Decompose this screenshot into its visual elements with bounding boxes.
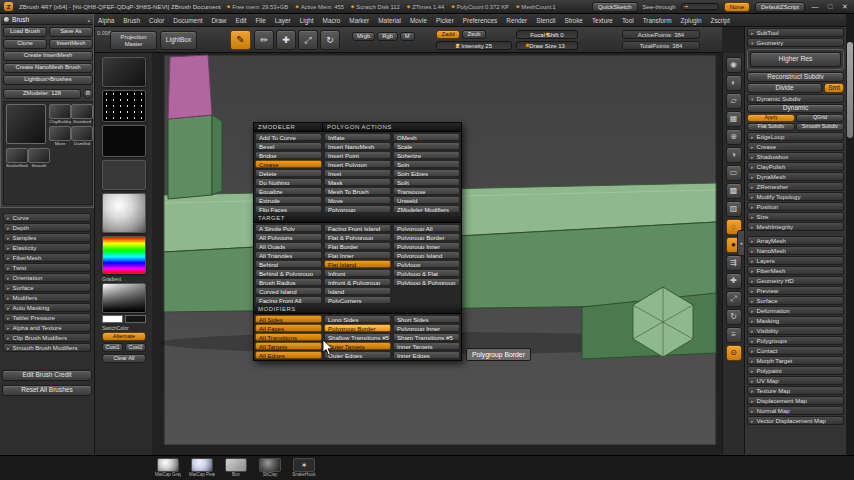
local-transform-icon[interactable]: ⊕ bbox=[726, 129, 742, 145]
scale-button[interactable]: ⤢ bbox=[298, 30, 318, 50]
tool-section-header[interactable]: ▸ ClayPolish bbox=[747, 162, 844, 171]
tool-section-header[interactable]: ▸ Size bbox=[747, 212, 844, 221]
zmodeler-target-item[interactable]: Polygroup Border bbox=[393, 233, 460, 241]
custom-color-slot[interactable]: Cust2 bbox=[125, 343, 146, 352]
sv-color-picker[interactable] bbox=[102, 283, 146, 313]
menu-item[interactable]: Marker bbox=[349, 17, 369, 24]
frame-icon[interactable]: ▭ bbox=[726, 165, 742, 181]
paint-mode-button[interactable]: Rgb bbox=[377, 32, 398, 41]
zmodeler-target-item[interactable]: All Polygons bbox=[255, 233, 322, 241]
brush-subpalette-header[interactable]: ▸ Alpha and Texture bbox=[3, 323, 91, 332]
zmodeler-target-item[interactable]: Polyloop & Flat bbox=[393, 269, 460, 277]
menu-item[interactable]: Movie bbox=[410, 17, 427, 24]
zmodeler-modifier-item[interactable]: Long Sides bbox=[324, 315, 391, 323]
xpose-icon[interactable]: ⇶ bbox=[726, 255, 742, 271]
brush-subpalette-header[interactable]: ▸ Depth bbox=[3, 223, 91, 232]
zmodeler-modifier-item[interactable]: All Sides bbox=[255, 315, 322, 323]
zmodeler-action-item[interactable]: Bevel bbox=[255, 142, 322, 150]
rotate-3d-icon[interactable]: ↻ bbox=[726, 309, 742, 325]
zmodeler-action-item[interactable]: Crease bbox=[255, 160, 322, 168]
stroke-thumbnail[interactable] bbox=[102, 90, 146, 122]
zmodeler-action-item[interactable]: Move bbox=[324, 196, 391, 204]
zmodeler-target-item[interactable]: Brush Radius bbox=[255, 278, 322, 286]
dynamic-subdiv-button[interactable]: Flat Subdiv bbox=[747, 123, 795, 131]
reconstruct-subdiv-button[interactable]: Reconstruct Subdiv bbox=[747, 72, 844, 82]
zmodeler-action-item[interactable]: Unweld bbox=[393, 196, 460, 204]
custom-color-slot[interactable]: Cust1 bbox=[102, 343, 123, 352]
zmodeler-action-item[interactable]: Scale bbox=[393, 142, 460, 150]
tool-section-header[interactable]: ▸ Polypaint bbox=[747, 366, 844, 375]
quicksketch-button[interactable]: QuickSketch bbox=[592, 2, 638, 12]
load-brush-button[interactable]: Load Brush bbox=[3, 27, 47, 37]
zmodeler-modifier-item[interactable]: All Faces bbox=[255, 324, 322, 332]
brush-palette-titlebar[interactable]: Brush ▴ bbox=[1, 15, 93, 25]
zmodeler-action-item[interactable]: QMesh bbox=[393, 133, 460, 141]
zmodeler-modifier-item[interactable]: All Edges bbox=[255, 351, 322, 359]
zmodeler-target-item[interactable]: All Quads bbox=[255, 242, 322, 250]
lightbox-brushes-button[interactable]: Lightbox>Brushes bbox=[3, 75, 93, 85]
zmodeler-action-item[interactable]: Transpose bbox=[393, 187, 460, 195]
draw-size-slider[interactable]: Draw Size 13 bbox=[516, 41, 578, 50]
brush-thumbnail[interactable]: Standard bbox=[71, 104, 93, 124]
brush-subpalette-header[interactable]: ▸ Clip Brush Modifiers bbox=[3, 333, 91, 342]
zmodeler-target-item[interactable]: Polyloop & Polygroup bbox=[393, 278, 460, 286]
clone-brush-button[interactable]: Clone bbox=[3, 39, 47, 49]
zoom-doc-icon[interactable]: ⊙ bbox=[726, 345, 742, 361]
menu-item[interactable]: Render bbox=[506, 17, 527, 24]
zmodeler-target-item[interactable]: Behind bbox=[255, 260, 322, 268]
menu-item[interactable]: Draw bbox=[211, 17, 226, 24]
zmodeler-action-item[interactable]: Mask bbox=[324, 178, 391, 186]
dynamic-subdiv-header[interactable]: ▾ Dynamic Subdiv bbox=[747, 94, 844, 103]
dynamic-subdiv-button[interactable]: Smooth Subdiv bbox=[796, 123, 844, 131]
scroll-doc-icon[interactable]: ≡ bbox=[726, 327, 742, 343]
tool-section-header[interactable]: ▸ UV Map bbox=[747, 376, 844, 385]
zmodeler-action-item[interactable]: Insert Point bbox=[324, 151, 391, 159]
tray-scrollbar-thumb[interactable] bbox=[847, 42, 853, 138]
focal-shift-slider[interactable]: Focal Shift 0 bbox=[516, 30, 578, 39]
tool-section-header[interactable]: ▸ Displacement Map bbox=[747, 396, 844, 405]
menu-item[interactable]: Material bbox=[378, 17, 401, 24]
brush-subpalette-header[interactable]: ▸ Auto Masking bbox=[3, 303, 91, 312]
brush-subpalette-header[interactable]: ▸ Smooth Brush Modifiers bbox=[3, 343, 91, 352]
tool-section-header[interactable]: ▸ Position bbox=[747, 202, 844, 211]
minimize-button[interactable]: — bbox=[810, 3, 820, 10]
zmodeler-modifier-item[interactable]: Inner Targets bbox=[393, 342, 460, 350]
zmodeler-action-item[interactable]: Split bbox=[393, 178, 460, 186]
menu-item[interactable]: Zplugin bbox=[681, 17, 702, 24]
reset-all-brushes-button[interactable]: Reset All Brushes bbox=[2, 385, 92, 396]
bpr-icon[interactable]: ◉ bbox=[726, 57, 742, 73]
brush-subpalette-header[interactable]: ▸ Surface bbox=[3, 283, 91, 292]
tool-section-header[interactable]: ▸ Contact bbox=[747, 346, 844, 355]
floor-grid-icon[interactable]: ▦ bbox=[726, 111, 742, 127]
zmodeler-target-item[interactable]: Island bbox=[324, 287, 391, 295]
tool-section-header[interactable]: ▸ Masking bbox=[747, 316, 844, 325]
tool-section-header[interactable]: ▸ FiberMesh bbox=[747, 266, 844, 275]
move-button[interactable]: ✚ bbox=[276, 30, 296, 50]
maximize-button[interactable]: □ bbox=[825, 3, 835, 10]
lightbox-button[interactable]: LightBox bbox=[160, 31, 197, 50]
none-button[interactable]: None bbox=[724, 2, 750, 12]
texture-thumbnail[interactable] bbox=[102, 160, 146, 190]
clear-all-button[interactable]: Clear All bbox=[102, 354, 146, 363]
polyframe-icon[interactable]: ▩ bbox=[726, 183, 742, 199]
zmodeler-modifier-item[interactable]: Shallow Transitions #5 bbox=[324, 333, 391, 341]
zmodeler-modifier-item[interactable]: Polygroup Inner bbox=[393, 324, 460, 332]
zmodeler-action-item[interactable]: Inflate bbox=[324, 133, 391, 141]
tool-section-header[interactable]: ▸ ZRemesher bbox=[747, 182, 844, 191]
menu-item[interactable]: Texture bbox=[592, 17, 613, 24]
zmodeler-target-item[interactable]: A Single Poly bbox=[255, 224, 322, 232]
menu-item[interactable]: Light bbox=[300, 17, 314, 24]
zmodeler-action-item[interactable]: Add To Curve bbox=[255, 133, 322, 141]
menu-item[interactable]: Layer bbox=[275, 17, 291, 24]
palette-collapse-icon[interactable]: ▴ bbox=[87, 17, 90, 23]
tool-section-header[interactable]: ▸ Vector Displacement Map bbox=[747, 416, 844, 425]
tool-section-header[interactable]: ▸ Texture Map bbox=[747, 386, 844, 395]
brush-thumbnail[interactable]: Smooth bbox=[28, 148, 50, 168]
zmodeler-count-button[interactable]: ZModeler: 128 bbox=[3, 89, 81, 99]
tool-section-header[interactable]: ▸ Preview bbox=[747, 286, 844, 295]
zmodeler-target-item[interactable]: Facing Front Island bbox=[324, 224, 391, 232]
tool-section-header[interactable]: ▸ Shadowbox bbox=[747, 152, 844, 161]
zmodeler-target-item[interactable]: Polygroup All bbox=[393, 224, 460, 232]
zmodeler-action-item[interactable]: Mesh To Brush bbox=[324, 187, 391, 195]
brush-thumbnail[interactable]: SnakeHook bbox=[6, 148, 28, 168]
